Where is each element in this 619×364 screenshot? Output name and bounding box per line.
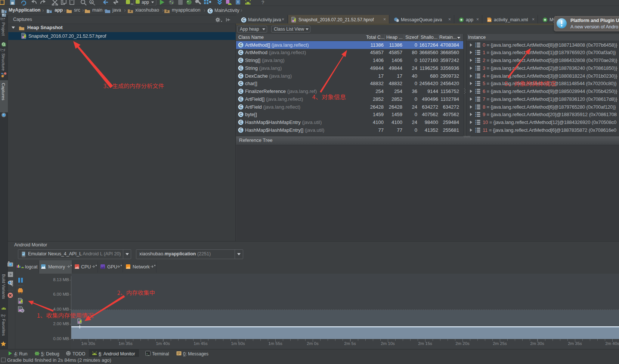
svg-text:C: C — [239, 89, 242, 93]
svg-text:C: C — [239, 43, 242, 47]
svg-text:C: C — [239, 112, 242, 116]
svg-text:C: C — [239, 50, 242, 55]
svg-text:A: A — [90, 0, 93, 4]
svg-text:C: C — [239, 128, 242, 132]
svg-text:C: C — [239, 66, 242, 70]
svg-text:C: C — [239, 105, 242, 109]
svg-text:>_: >_ — [146, 352, 149, 355]
svg-text:C: C — [242, 18, 245, 22]
svg-text:01: 01 — [131, 3, 133, 5]
svg-text:C: C — [239, 74, 242, 78]
svg-text:?: ? — [261, 0, 264, 5]
svg-text:C: C — [239, 58, 242, 62]
svg-text:C: C — [209, 9, 211, 13]
svg-text:<>: <> — [488, 19, 491, 22]
svg-text:app: app — [142, 0, 149, 5]
svg-text:C: C — [239, 120, 242, 124]
svg-text:C: C — [239, 81, 242, 85]
svg-text:C: C — [239, 97, 242, 101]
